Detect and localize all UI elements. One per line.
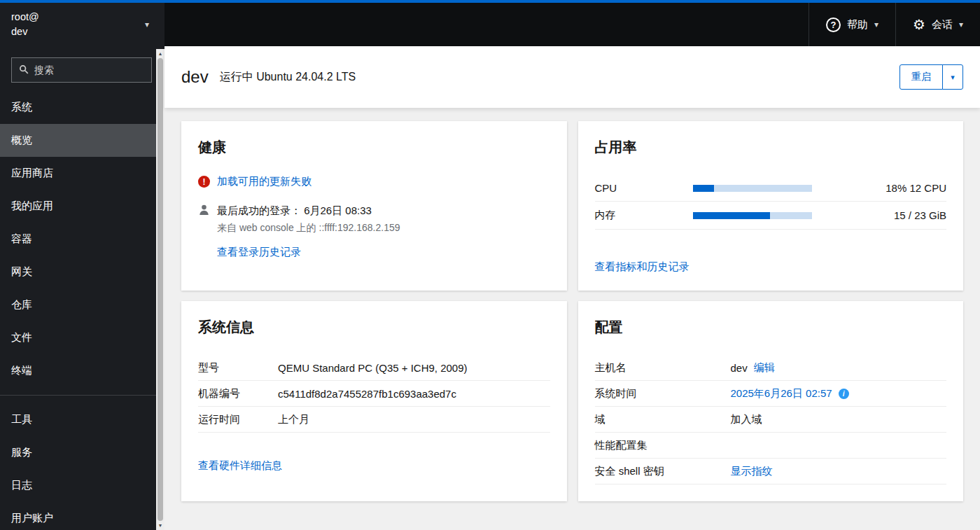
memory-label: 内存 xyxy=(595,209,693,222)
domain-label: 域 xyxy=(595,413,731,426)
metrics-history-link[interactable]: 查看指标和历史记录 xyxy=(595,260,690,274)
usage-card-title: 占用率 xyxy=(595,138,947,157)
health-card: 健康 ! 加载可用的更新失败 最后成功的登录： 6月26日 08:33 来自 w… xyxy=(181,121,567,291)
help-menu-button[interactable]: ? 帮助 ▾ xyxy=(808,3,895,46)
reboot-split-button: 重启 ▾ xyxy=(899,64,963,90)
sidebar-item-app-store[interactable]: 应用商店 xyxy=(0,157,156,190)
login-history-link[interactable]: 查看登录历史记录 xyxy=(217,246,301,259)
system-time-row: 系统时间 2025年6月26日 02:57 i xyxy=(595,381,947,407)
scroll-up-icon[interactable]: ▲ xyxy=(158,51,163,56)
sidebar-item-my-apps[interactable]: 我的应用 xyxy=(0,190,156,223)
reboot-button[interactable]: 重启 xyxy=(899,64,943,90)
page-title-host: dev xyxy=(181,67,209,87)
info-icon[interactable]: i xyxy=(839,389,849,399)
system-time-link[interactable]: 2025年6月26日 02:57 xyxy=(731,387,832,400)
search-area xyxy=(0,46,156,83)
model-row: 型号 QEMU Standard PC (Q35 + ICH9, 2009) xyxy=(198,355,550,381)
system-info-card-title: 系统信息 xyxy=(198,318,550,337)
main-column: ? 帮助 ▾ ⚙ 会话 ▾ dev 运行中 Ubuntu 24.04.2 LTS… xyxy=(164,3,980,530)
search-icon xyxy=(19,64,29,76)
chevron-down-icon: ▾ xyxy=(874,20,878,29)
model-value: QEMU Standard PC (Q35 + ICH9, 2009) xyxy=(278,362,550,374)
sidebar-item-terminal[interactable]: 终端 xyxy=(0,354,156,387)
configuration-card: 配置 主机名 dev 编辑 系统时间 2025年6月26日 02:57 i xyxy=(578,301,964,501)
overview-cards: 健康 ! 加载可用的更新失败 最后成功的登录： 6月26日 08:33 来自 w… xyxy=(164,108,980,530)
chevron-down-icon: ▾ xyxy=(145,20,149,29)
system-time-label: 系统时间 xyxy=(595,387,731,400)
session-menu-button[interactable]: ⚙ 会话 ▾ xyxy=(895,3,980,46)
error-icon: ! xyxy=(198,176,210,188)
machine-id-row: 机器编号 c5411df8d2a7455287fb1c693aa3ed7c xyxy=(198,381,550,407)
last-login-text: 最后成功的登录： 6月26日 08:33 xyxy=(217,204,372,218)
sidebar-scrollbar[interactable]: ▲ ▼ xyxy=(156,49,164,530)
system-info-card: 系统信息 型号 QEMU Standard PC (Q35 + ICH9, 20… xyxy=(181,301,567,501)
sidebar-item-repositories[interactable]: 仓库 xyxy=(0,288,156,321)
login-origin-text: 来自 web console 上的 ::ffff:192.168.2.159 xyxy=(217,222,550,235)
session-label: 会话 xyxy=(932,18,953,32)
cpu-progress-bar xyxy=(693,185,812,192)
domain-row: 域 加入域 xyxy=(595,407,947,433)
sidebar-item-files[interactable]: 文件 xyxy=(0,321,156,354)
help-icon: ? xyxy=(826,18,841,32)
search-box xyxy=(11,57,152,83)
join-domain-link[interactable]: 加入域 xyxy=(731,413,947,426)
memory-usage-value: 15 / 23 GiB xyxy=(812,209,947,221)
performance-profile-label: 性能配置集 xyxy=(595,439,731,452)
cpu-progress-fill xyxy=(693,185,715,192)
machine-id-label: 机器编号 xyxy=(198,387,278,400)
sidebar-item-overview[interactable]: 概览 xyxy=(0,124,156,157)
help-label: 帮助 xyxy=(847,18,868,32)
sidebar-item-services[interactable]: 服务 xyxy=(0,436,156,469)
ssh-keys-label: 安全 shell 密钥 xyxy=(595,465,731,478)
host-switcher[interactable]: root@ dev ▾ xyxy=(0,3,156,46)
model-label: 型号 xyxy=(198,361,278,375)
memory-progress-bar xyxy=(693,212,812,219)
nav-divider xyxy=(0,395,156,396)
updates-failed-link[interactable]: 加载可用的更新失败 xyxy=(217,175,312,188)
hostname-label: 主机名 xyxy=(595,361,731,375)
host-user: root@ xyxy=(11,10,39,25)
page-header: dev 运行中 Ubuntu 24.04.2 LTS 重启 ▾ xyxy=(164,46,980,108)
cpu-label: CPU xyxy=(595,182,693,194)
host-status: 运行中 Ubuntu 24.04.2 LTS xyxy=(220,70,356,85)
sidebar-item-logs[interactable]: 日志 xyxy=(0,469,156,502)
last-login-row: 最后成功的登录： 6月26日 08:33 xyxy=(198,204,550,218)
cpu-usage-row: CPU 18% 12 CPU xyxy=(595,175,947,202)
user-icon xyxy=(198,204,210,218)
uptime-row: 运行时间 上个月 xyxy=(198,407,550,433)
gear-icon: ⚙ xyxy=(913,18,925,32)
memory-progress-fill xyxy=(693,212,771,219)
scroll-down-icon[interactable]: ▼ xyxy=(158,523,163,528)
sidebar-item-gateway[interactable]: 网关 xyxy=(0,256,156,288)
uptime-value: 上个月 xyxy=(278,413,550,426)
search-input[interactable] xyxy=(34,64,144,76)
sidebar: root@ dev ▾ 系统 概览 应用商店 我的应用 容器 网 xyxy=(0,3,164,530)
hostname-row: 主机名 dev 编辑 xyxy=(595,355,947,381)
scrollbar-thumb[interactable] xyxy=(158,58,163,521)
ssh-keys-row: 安全 shell 密钥 显示指纹 xyxy=(595,459,947,484)
memory-usage-row: 内存 15 / 23 GiB xyxy=(595,202,947,230)
sidebar-nav: 系统 概览 应用商店 我的应用 容器 网关 仓库 文件 终端 工具 服务 日志 … xyxy=(0,91,156,530)
chevron-down-icon: ▾ xyxy=(959,20,963,29)
sidebar-item-system[interactable]: 系统 xyxy=(0,91,156,124)
edit-hostname-link[interactable]: 编辑 xyxy=(754,361,775,375)
sidebar-item-containers[interactable]: 容器 xyxy=(0,223,156,256)
sidebar-item-tools[interactable]: 工具 xyxy=(0,403,156,436)
masthead: ? 帮助 ▾ ⚙ 会话 ▾ xyxy=(164,3,980,46)
reboot-dropdown-toggle[interactable]: ▾ xyxy=(942,64,963,90)
machine-id-value: c5411df8d2a7455287fb1c693aa3ed7c xyxy=(278,388,550,400)
cpu-usage-value: 18% 12 CPU xyxy=(812,182,947,194)
host-switcher-label: root@ dev xyxy=(11,10,39,39)
configuration-card-title: 配置 xyxy=(595,318,947,337)
sidebar-item-accounts[interactable]: 用户账户 xyxy=(0,502,156,530)
app-shell: root@ dev ▾ 系统 概览 应用商店 我的应用 容器 网 xyxy=(0,3,980,530)
performance-profile-row: 性能配置集 xyxy=(595,433,947,459)
updates-failed-row: ! 加载可用的更新失败 xyxy=(198,175,550,188)
hostname-value: dev xyxy=(731,362,748,374)
hardware-details-link[interactable]: 查看硬件详细信息 xyxy=(198,459,282,473)
uptime-label: 运行时间 xyxy=(198,413,278,426)
health-card-title: 健康 xyxy=(198,138,550,157)
host-name: dev xyxy=(11,25,39,39)
usage-card: 占用率 CPU 18% 12 CPU 内存 15 / 23 GiB 查看指标和历… xyxy=(578,121,964,291)
show-fingerprints-link[interactable]: 显示指纹 xyxy=(731,465,947,478)
